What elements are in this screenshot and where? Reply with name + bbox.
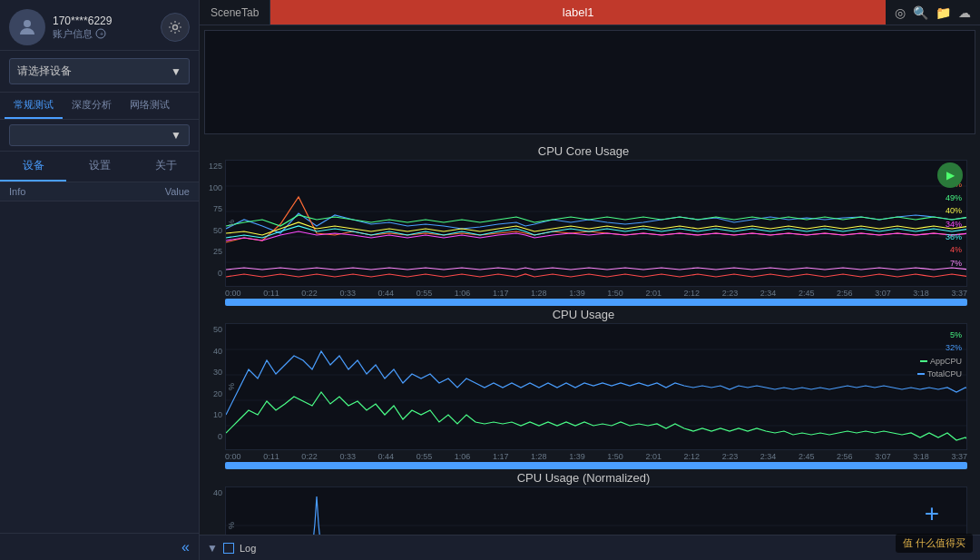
username: 170****6229 — [53, 15, 161, 27]
left-panel: 170****6229 账户信息 + 请选择设备 ▼ 常规测试 深度分析 网络测… — [0, 0, 200, 560]
top-bar-icons: ◎ 🔍 📁 ☁ — [886, 5, 980, 20]
settings-icon-btn[interactable] — [161, 13, 190, 42]
left-panel-content — [0, 201, 199, 533]
top-bar: SceneTab label1 ◎ 🔍 📁 ☁ — [200, 0, 980, 25]
tab-network-test[interactable]: 网络测试 — [121, 93, 179, 119]
cpu-norm-y-axis: 40 30 — [200, 486, 225, 535]
location-icon[interactable]: ◎ — [895, 5, 906, 20]
cpu-usage-title: CPU Usage — [200, 302, 967, 323]
cpu-normalized-section: CPU Usage (Normalized) 40 30 % — [200, 466, 967, 535]
cpu-usage-y-unit: % — [227, 383, 236, 390]
cpu-core-section: CPU Core Usage 125 100 75 50 25 0 — [200, 139, 967, 300]
chevron-down-icon: ▼ — [171, 65, 181, 78]
sub-select-wrapper: ▼ — [0, 120, 199, 152]
account-label: 账户信息 + — [53, 27, 161, 41]
svg-point-0 — [24, 20, 31, 27]
cpu-usage-section: CPU Usage 50 40 30 20 10 0 — [200, 302, 967, 464]
cpu-core-x-axis: 0:00 0:11 0:22 0:33 0:44 0:55 1:06 1:17 … — [200, 287, 967, 298]
watermark: 值 什么值得买 — [896, 534, 973, 553]
user-info: 170****6229 账户信息 + — [53, 15, 161, 41]
user-header: 170****6229 账户信息 + — [0, 0, 199, 51]
cpu-usage-chart: 50 40 30 20 10 0 — [200, 323, 967, 464]
cpu-usage-y-axis: 50 40 30 20 10 0 — [200, 323, 225, 441]
down-arrow-icon[interactable]: ▼ — [207, 542, 218, 555]
preview-area — [204, 30, 975, 134]
info-table-header: Info Value — [0, 182, 199, 201]
search-icon[interactable]: 🔍 — [913, 5, 928, 20]
sub-select[interactable]: ▼ — [9, 124, 190, 146]
svg-point-3 — [173, 25, 178, 30]
cpu-norm-y-unit: % — [227, 521, 236, 528]
cpu-core-chart: 125 100 75 50 25 0 — [200, 160, 967, 300]
cpu-core-inner: 50% 38% 49% 40% 34% 36% 4% 7% % — [225, 160, 967, 287]
device-select-wrapper: 请选择设备 ▼ — [0, 51, 199, 93]
test-tabs: 常规测试 深度分析 网络测试 — [0, 93, 199, 120]
cpu-usage-legend: 5% 32% AppCPU TotalCPU — [917, 329, 962, 381]
cpu-normalized-title: CPU Usage (Normalized) — [200, 466, 967, 486]
cpu-norm-inner: % — [225, 486, 967, 535]
top-bar-title: label1 — [270, 0, 886, 25]
col-info-header: Info — [9, 186, 100, 197]
col-value-header: Value — [100, 186, 191, 197]
cpu-normalized-chart: 40 30 % — [200, 486, 967, 535]
nav-tabs: 设备 设置 关于 — [0, 152, 199, 182]
cpu-core-title: CPU Core Usage — [200, 139, 967, 160]
tab-regular-test[interactable]: 常规测试 — [5, 93, 63, 119]
plus-button[interactable]: + — [925, 499, 939, 528]
tab-device[interactable]: 设备 — [0, 152, 66, 182]
cpu-usage-inner: 5% 32% AppCPU TotalCPU % — [225, 323, 967, 450]
cloud-icon[interactable]: ☁ — [958, 5, 971, 20]
right-panel: SceneTab label1 ◎ 🔍 📁 ☁ CPU Core Usage 1… — [200, 0, 980, 560]
log-label: Log — [240, 543, 256, 554]
folder-icon[interactable]: 📁 — [936, 5, 951, 20]
bottom-bar: ▼ Log — [200, 535, 980, 560]
log-checkbox[interactable] — [223, 543, 234, 554]
scene-tab-label[interactable]: SceneTab — [200, 0, 270, 25]
avatar — [9, 9, 45, 45]
chevron-down-icon-sub: ▼ — [171, 129, 181, 142]
cpu-core-y-axis: 125 100 75 50 25 0 — [200, 160, 225, 278]
charts-area[interactable]: CPU Core Usage 125 100 75 50 25 0 — [200, 139, 980, 535]
device-select[interactable]: 请选择设备 ▼ — [9, 58, 190, 84]
tab-about[interactable]: 关于 — [132, 152, 199, 182]
cpu-usage-x-axis: 0:00 0:11 0:22 0:33 0:44 0:55 1:06 1:17 … — [200, 450, 967, 461]
collapse-btn[interactable]: « — [181, 539, 190, 555]
cpu-core-y-unit: % — [227, 220, 236, 227]
cpu-core-play-btn[interactable]: ▶ — [937, 162, 963, 188]
tab-deep-analysis[interactable]: 深度分析 — [63, 93, 121, 119]
tab-settings[interactable]: 设置 — [66, 152, 132, 182]
svg-text:+: + — [100, 31, 103, 37]
